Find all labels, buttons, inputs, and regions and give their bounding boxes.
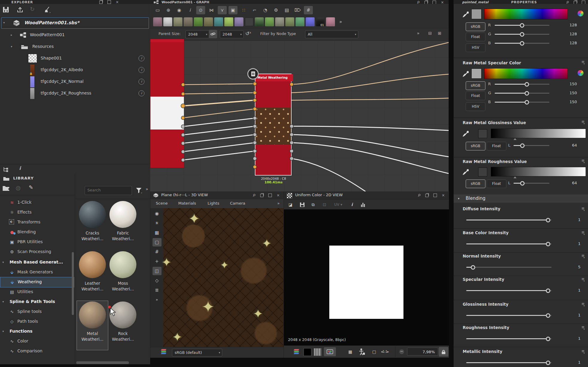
histogram-icon[interactable] xyxy=(359,201,368,208)
pin-icon[interactable]: ⚲ xyxy=(417,193,422,198)
node-levels-01-icon[interactable]: 01 xyxy=(316,17,325,26)
node-colorwheel-icon[interactable] xyxy=(306,17,315,26)
node-scissors-icon[interactable] xyxy=(326,17,335,26)
float-window-icon[interactable] xyxy=(425,194,429,197)
srgb-button[interactable]: sRGB xyxy=(466,142,485,150)
tree-row-graph[interactable]: ▸ WoodPattern001 xyxy=(0,29,150,41)
search-input[interactable] xyxy=(85,186,132,194)
link-size-button[interactable] xyxy=(209,30,217,38)
intensity-value[interactable]: 1 xyxy=(567,288,581,293)
explorer-tab[interactable]: EXPLORER × xyxy=(0,0,150,4)
zoom-1-1-icon[interactable]: ◂1:1▸ xyxy=(381,348,389,356)
category-comparison[interactable]: ∿Comparison xyxy=(0,346,74,356)
uv-dropdown[interactable]: UV ▾ xyxy=(332,201,345,208)
parameter-menu-icon[interactable]: ≡▾ xyxy=(581,350,585,354)
maximize-icon[interactable] xyxy=(432,1,436,4)
r-slider[interactable] xyxy=(495,84,549,85)
camera-icon[interactable]: ◉ xyxy=(153,209,162,218)
r-slider[interactable] xyxy=(495,25,549,26)
node-directional-icon[interactable] xyxy=(224,17,233,26)
layout-icon[interactable]: ⊞ xyxy=(438,31,441,36)
save-icon[interactable] xyxy=(298,201,306,208)
lock-zoom-button[interactable] xyxy=(439,347,448,357)
add-folder-icon[interactable] xyxy=(2,185,10,191)
b-slider[interactable] xyxy=(495,43,549,44)
category-spline-tools[interactable]: ∿Spline tools xyxy=(0,307,74,317)
screenshot-icon[interactable]: ◉ xyxy=(175,6,184,14)
r-value[interactable]: 150 xyxy=(564,82,577,86)
horizontal-scrollbar[interactable] xyxy=(76,361,129,364)
search-icon[interactable]: ⊙ xyxy=(196,6,205,14)
tile-grid-icon[interactable]: ▦ xyxy=(346,348,354,356)
reload-icon[interactable]: ↻ xyxy=(30,6,35,12)
tree-row-resources[interactable]: ▾ Resources xyxy=(0,41,150,53)
node-output-badge[interactable] xyxy=(247,68,259,80)
hierarchy-icon[interactable] xyxy=(3,166,9,172)
node-text-icon[interactable] xyxy=(163,17,172,26)
close-icon[interactable]: × xyxy=(277,194,280,197)
copy-icon[interactable]: ⧉ xyxy=(309,201,317,208)
node-splatter-icon[interactable] xyxy=(275,17,284,26)
gray-swatch[interactable] xyxy=(478,167,487,176)
asset-leather-weathering[interactable]: LeatherWeatheri... xyxy=(77,251,108,300)
maximize-icon[interactable] xyxy=(433,194,437,197)
l-slider[interactable] xyxy=(514,183,549,184)
hsv-button[interactable]: HSV xyxy=(466,43,485,52)
b-value[interactable]: 150 xyxy=(564,100,577,104)
intensity-value[interactable]: 1 xyxy=(567,241,581,246)
image-icon[interactable]: ▦ xyxy=(153,229,162,237)
intensity-slider[interactable] xyxy=(466,267,552,268)
more-nodes-chevron[interactable]: » xyxy=(336,18,345,26)
float-button[interactable]: Float xyxy=(466,92,485,100)
maximize-icon[interactable] xyxy=(268,194,272,197)
color-swatch[interactable] xyxy=(471,68,482,79)
menu-materials[interactable]: Materials xyxy=(178,201,196,205)
l-value[interactable]: 64 xyxy=(564,181,577,185)
category-weathering[interactable]: ⬙Weathering xyxy=(0,277,74,287)
parameter-menu-icon[interactable]: ≡▾ xyxy=(581,278,585,282)
intensity-slider[interactable] xyxy=(466,315,552,316)
info-panel-icon[interactable]: i xyxy=(19,165,21,171)
maximize-icon[interactable] xyxy=(582,1,585,4)
light-icon[interactable]: ☀ xyxy=(153,219,162,227)
properties-tab[interactable]: painted_metal PROPERTIES ⚲ xyxy=(454,0,588,4)
asset-moss-weathering[interactable]: MossWeatheri... xyxy=(107,251,138,300)
category-effects[interactable]: ☼Effects xyxy=(0,208,74,217)
asset-metal-weathering[interactable]: MetalWeatheri... xyxy=(77,301,108,350)
zoom-level-field[interactable]: 7,98% xyxy=(407,348,438,356)
parameter-menu-icon[interactable]: ≡▾ xyxy=(581,254,585,258)
dock-icon[interactable]: ⊟ xyxy=(428,31,432,36)
node-warp-icon[interactable] xyxy=(214,17,223,26)
parent-width-dropdown[interactable]: 2048▾ xyxy=(185,31,209,38)
transform-icon[interactable]: ⊡ xyxy=(320,201,329,208)
graph-view-icon[interactable]: ⋎ xyxy=(218,6,227,14)
instances-icon[interactable]: ▣ xyxy=(229,6,237,14)
float-button[interactable]: Float xyxy=(487,179,506,188)
maximize-icon[interactable] xyxy=(107,0,111,4)
overflow-chevron[interactable]: » xyxy=(146,187,148,191)
display-mode-button[interactable] xyxy=(324,347,336,356)
wireframe-icon[interactable]: ◇ xyxy=(153,276,162,285)
section-functions[interactable]: ▾Functions xyxy=(0,327,74,336)
colorspace-layers-icon[interactable] xyxy=(161,348,167,355)
category-1-click[interactable]: ≋1-Click xyxy=(0,198,74,208)
node-shape-icon[interactable] xyxy=(234,17,243,26)
colorspace-dropdown[interactable]: sRGB (default)▾ xyxy=(172,349,222,357)
node-poly-icon[interactable] xyxy=(265,17,274,26)
asset-fabric-weathering[interactable]: FabricWeatheri... xyxy=(107,200,138,249)
parameter-menu-icon[interactable]: ≡▾ xyxy=(581,302,585,307)
menu-scene[interactable]: Scene xyxy=(156,201,168,205)
menu-lights[interactable]: Lights xyxy=(208,201,219,205)
view2d-canvas[interactable]: 2048 x 2048 (Grayscale, 8bpc) xyxy=(284,209,449,345)
gray-swatch[interactable] xyxy=(478,129,487,138)
g-value[interactable]: 150 xyxy=(564,91,577,95)
intensity-slider[interactable] xyxy=(466,243,552,244)
float-window-icon[interactable] xyxy=(574,1,577,4)
node-blur2-icon[interactable] xyxy=(204,17,213,26)
view3d-viewport[interactable]: ✦ ✦ ✦ ✦ ✦ ✦ ✦ xyxy=(163,208,284,347)
color-wheel-icon[interactable] xyxy=(578,10,584,16)
info-icon[interactable]: i xyxy=(348,201,356,208)
info-icon[interactable]: i xyxy=(138,55,144,61)
tree-row-resource[interactable]: 🔒 tfgcddyc_2K_Albedo i xyxy=(0,64,150,76)
intensity-value[interactable]: 1 xyxy=(567,336,581,341)
